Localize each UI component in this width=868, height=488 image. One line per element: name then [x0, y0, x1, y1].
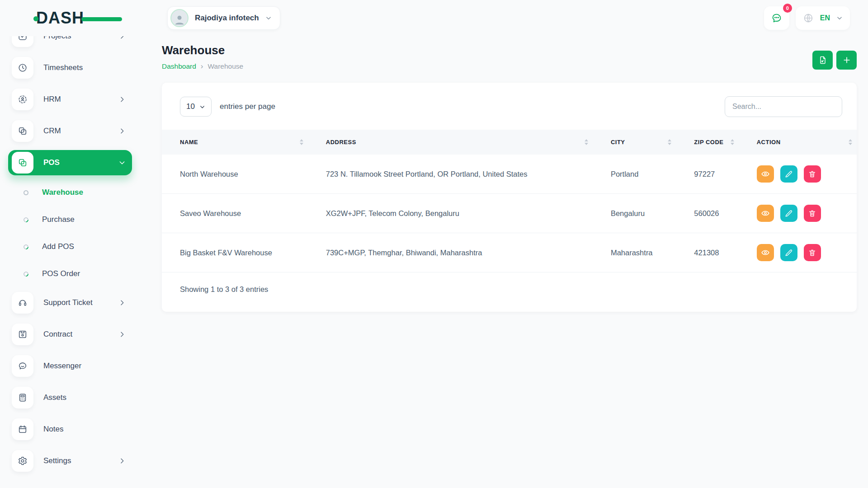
page-content: Warehouse Dashboard › Warehouse — [140, 36, 868, 488]
sidebar-item-label: HRM — [43, 95, 118, 104]
table-row: North Warehouse 723 N. Tillamook Street … — [162, 155, 857, 194]
sidebar-item-label: CRM — [43, 127, 118, 136]
sort-icon[interactable] — [300, 139, 303, 145]
sidebar-menu: Projects Timesheets HRM CR — [0, 23, 140, 488]
logo-accent-dot — [33, 16, 38, 21]
entries-per-page-select[interactable]: 10 — [180, 97, 212, 117]
sidebar-item-hrm[interactable]: HRM — [8, 87, 132, 112]
breadcrumb-dashboard-link[interactable]: Dashboard — [162, 62, 196, 70]
company-avatar — [170, 9, 189, 27]
frames-icon — [12, 120, 33, 142]
sort-icon[interactable] — [585, 139, 588, 145]
cell-zip: 97227 — [676, 155, 738, 194]
sidebar-subitem-add-pos[interactable]: Add POS — [8, 236, 132, 258]
column-header-action[interactable]: ACTION — [739, 130, 857, 155]
column-header-city[interactable]: CITY — [593, 130, 676, 155]
edit-button[interactable] — [780, 244, 797, 261]
table-header-row: NAME ADDRESS CITY ZIP CODE ACTION — [162, 130, 857, 155]
headset-icon — [12, 292, 33, 314]
view-button[interactable] — [757, 205, 774, 222]
eye-icon — [761, 169, 770, 178]
chevron-right-icon — [118, 299, 126, 306]
view-button[interactable] — [757, 244, 774, 261]
delete-button[interactable] — [804, 165, 821, 183]
eye-icon — [761, 209, 770, 218]
column-header-name[interactable]: NAME — [162, 130, 308, 155]
edit-button[interactable] — [780, 165, 797, 183]
language-code: EN — [820, 14, 830, 22]
row-actions — [757, 165, 852, 183]
warehouse-card: 10 entries per page NAME ADDRESS CITY Z — [162, 83, 857, 312]
cell-address: 739C+MGP, Themghar, Bhiwandi, Maharashtr… — [308, 233, 593, 272]
calculator-icon — [12, 387, 33, 408]
pos-icon — [12, 152, 33, 174]
view-button[interactable] — [757, 165, 774, 183]
bullet-icon — [23, 270, 30, 277]
page-header: Warehouse Dashboard › Warehouse — [162, 43, 857, 71]
pencil-icon — [784, 209, 793, 218]
search-input[interactable] — [725, 96, 842, 117]
cell-name: Big Basket F&V Warehouse — [162, 233, 308, 272]
sidebar-item-messenger[interactable]: Messenger — [8, 353, 132, 379]
breadcrumb-separator-icon: › — [201, 62, 203, 71]
chevron-right-icon — [118, 127, 126, 135]
sidebar-item-contract[interactable]: Contract — [8, 322, 132, 347]
sidebar-item-label: Messenger — [43, 361, 126, 371]
sidebar-item-label: Timesheets — [43, 63, 126, 72]
sidebar-subitem-pos-order[interactable]: POS Order — [8, 263, 132, 285]
entries-value: 10 — [186, 102, 195, 111]
sidebar-item-label: Support Ticket — [43, 298, 118, 307]
sidebar-item-label: Notes — [43, 425, 126, 434]
add-warehouse-button[interactable] — [836, 51, 857, 70]
language-selector[interactable]: EN — [796, 6, 850, 30]
messages-badge: 0 — [783, 4, 792, 13]
sidebar-subitem-label: Purchase — [42, 215, 75, 224]
column-header-address[interactable]: ADDRESS — [308, 130, 593, 155]
sort-icon[interactable] — [731, 139, 734, 145]
chevron-right-icon — [118, 457, 126, 465]
delete-button[interactable] — [804, 244, 821, 261]
sidebar-item-label: Settings — [43, 456, 118, 465]
sort-icon[interactable] — [668, 139, 671, 145]
breadcrumb-current: Warehouse — [208, 62, 244, 70]
chevron-down-icon — [265, 15, 272, 21]
sidebar-item-support-ticket[interactable]: Support Ticket — [8, 290, 132, 315]
table-row: Big Basket F&V Warehouse 739C+MGP, Themg… — [162, 233, 857, 272]
delete-button[interactable] — [804, 205, 821, 222]
topbar: Rajodiya infotech 0 EN — [140, 0, 868, 36]
bullet-icon — [23, 243, 30, 250]
chevron-down-icon — [836, 15, 843, 21]
sort-icon[interactable] — [849, 139, 852, 145]
sidebar-item-assets[interactable]: Assets — [8, 385, 132, 410]
sidebar-subitem-warehouse[interactable]: Warehouse — [8, 182, 132, 203]
table-footer-summary: Showing 1 to 3 of 3 entries — [162, 272, 857, 294]
sidebar-subitem-purchase[interactable]: Purchase — [8, 209, 132, 230]
sidebar-item-label: POS — [43, 158, 118, 167]
sidebar-item-label: Assets — [43, 393, 126, 402]
export-button[interactable] — [812, 51, 833, 70]
table-toolbar: 10 entries per page — [162, 96, 857, 130]
cell-zip: 421308 — [676, 233, 738, 272]
cell-city: Portland — [593, 155, 676, 194]
cell-name: Saveo Warehouse — [162, 194, 308, 233]
row-actions — [757, 244, 852, 261]
company-selector[interactable]: Rajodiya infotech — [167, 6, 280, 30]
sidebar-item-crm[interactable]: CRM — [8, 118, 132, 144]
company-name: Rajodiya infotech — [195, 14, 259, 23]
messages-button[interactable]: 0 — [764, 6, 789, 30]
clock-icon — [12, 57, 33, 79]
sidebar-item-timesheets[interactable]: Timesheets — [8, 55, 132, 80]
sidebar-subitem-label: Add POS — [42, 242, 74, 251]
brand-logo[interactable]: DASH — [0, 0, 140, 36]
column-header-zip[interactable]: ZIP CODE — [676, 130, 738, 155]
table-row: Saveo Warehouse XG2W+JPF, Telecom Colony… — [162, 194, 857, 233]
gear-icon — [12, 450, 33, 472]
chat-bubble-icon — [12, 355, 33, 377]
cell-city: Maharashtra — [593, 233, 676, 272]
chevron-down-icon — [199, 104, 205, 110]
sidebar-item-settings[interactable]: Settings — [8, 448, 132, 474]
trash-icon — [808, 209, 816, 218]
edit-button[interactable] — [780, 205, 797, 222]
sidebar-item-notes[interactable]: Notes — [8, 417, 132, 442]
sidebar-item-pos[interactable]: POS — [8, 150, 132, 175]
